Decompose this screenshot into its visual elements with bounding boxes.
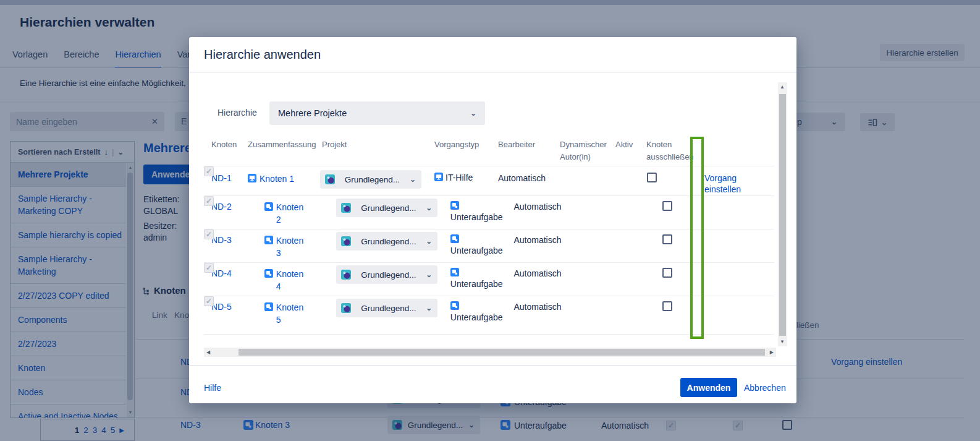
col-bearbeiter: Bearbeiter (498, 139, 560, 166)
project-value: Grundlegend... (361, 203, 416, 213)
issue-type-label: Unteraufgabe (450, 279, 503, 289)
screen: Hierarchien verwalten Hierarchie erstell… (0, 0, 980, 441)
project-dropdown[interactable]: Grundlegend... ⌄ (336, 199, 437, 217)
scrollbar-thumb[interactable] (239, 349, 765, 356)
scroll-right-icon[interactable]: ▶ (770, 349, 774, 355)
dialog-footer: Hilfe Anwenden Abbrechen (189, 365, 796, 403)
exclude-node-checkbox[interactable] (662, 234, 672, 244)
project-dropdown[interactable]: Grundlegend... ⌄ (336, 299, 437, 317)
issue-key-link[interactable]: ND-1 (211, 173, 232, 183)
col-vorgangstyp: Vorgangstyp (433, 139, 498, 166)
assignee-value: Automatisch (513, 235, 561, 245)
it-help-icon (434, 173, 443, 181)
chevron-down-icon: ⌄ (426, 204, 432, 212)
issue-type-label: Unteraufgabe (450, 246, 503, 256)
issue-key-link[interactable]: ND-4 (211, 268, 232, 278)
chevron-down-icon: ⌄ (426, 304, 432, 312)
annotation-rectangle (690, 137, 704, 339)
subtask-icon (264, 302, 273, 311)
summary-link[interactable]: Knoten 2 (276, 201, 310, 226)
table-header: Knoten Zusammenfassung Projekt Vorgangst… (204, 139, 774, 166)
active-checkbox[interactable] (204, 166, 214, 176)
scroll-down-icon[interactable]: ▼ (780, 339, 785, 345)
hierarchy-select-value: Mehrere Projekte (278, 108, 347, 118)
issue-key-link[interactable]: ND-3 (211, 235, 232, 245)
modal-vertical-scrollbar[interactable]: ▲ ▼ (778, 82, 787, 346)
project-value: Grundlegend... (361, 237, 416, 246)
project-value: Grundlegend... (345, 175, 400, 184)
apply-button[interactable]: Anwenden (680, 378, 737, 397)
col-dynamischer-autor: Dynamischer Autor(in) (560, 139, 615, 166)
chevron-down-icon: ⌄ (470, 109, 476, 117)
node-table: ND-1 Knoten 1 Grundlegend... ⌄ IT-Hilfe (204, 166, 774, 335)
project-avatar-icon (341, 303, 351, 313)
col-projekt: Projekt (320, 139, 433, 166)
table-row: ND-4 Knoten 4 Grundlegend... ⌄ Unteraufg… (204, 262, 774, 296)
scroll-left-icon[interactable]: ◀ (206, 349, 210, 355)
exclude-node-checkbox[interactable] (647, 173, 657, 182)
table-row: ND-2 Knoten 2 Grundlegend... ⌄ Unteraufg… (204, 195, 774, 229)
col-zusammenfassung: Zusammenfassung (248, 139, 320, 166)
active-checkbox[interactable] (204, 263, 214, 273)
project-avatar-icon (341, 270, 351, 280)
project-avatar-icon (325, 174, 335, 184)
it-help-icon (248, 174, 256, 182)
scroll-up-icon[interactable]: ▲ (780, 84, 785, 90)
exclude-node-checkbox[interactable] (662, 301, 672, 311)
cancel-button[interactable]: Abbrechen (744, 383, 786, 393)
exclude-node-checkbox[interactable] (662, 268, 672, 278)
summary-link[interactable]: Knoten 1 (260, 173, 294, 185)
active-checkbox[interactable] (204, 296, 214, 306)
project-dropdown[interactable]: Grundlegend... ⌄ (336, 265, 437, 284)
col-aktiv: Aktiv (615, 139, 646, 166)
table-row: ND-5 Knoten 5 Grundlegend... ⌄ Unteraufg… (204, 296, 774, 335)
subtask-icon (264, 269, 273, 278)
issue-type-label: Unteraufgabe (450, 212, 503, 223)
assignee-value: Automatisch (513, 202, 561, 212)
project-dropdown[interactable]: Grundlegend... ⌄ (336, 232, 437, 250)
help-link[interactable]: Hilfe (204, 383, 221, 393)
project-value: Grundlegend... (361, 270, 416, 280)
summary-link[interactable]: Knoten 3 (276, 234, 310, 259)
modal-horizontal-scrollbar[interactable]: ◀ ▶ (204, 348, 776, 357)
assignee-value: Automatisch (498, 173, 546, 183)
issue-type-label: IT-Hilfe (446, 173, 473, 183)
col-knoten: Knoten (204, 139, 248, 166)
issue-key-link[interactable]: ND-5 (211, 302, 232, 312)
active-checkbox[interactable] (204, 196, 214, 206)
table-row: ND-3 Knoten 3 Grundlegend... ⌄ Unteraufg… (204, 229, 774, 262)
chevron-down-icon: ⌄ (426, 271, 432, 278)
assignee-value: Automatisch (513, 268, 561, 278)
col-action (704, 139, 759, 166)
issue-type-label: Unteraufgabe (450, 312, 503, 323)
active-checkbox[interactable] (204, 229, 214, 239)
scrollbar-thumb[interactable] (779, 94, 786, 336)
subtask-icon (450, 301, 459, 310)
subtask-icon (450, 234, 459, 243)
chevron-down-icon: ⌄ (426, 238, 432, 245)
hierarchy-select[interactable]: Mehrere Projekte ⌄ (269, 101, 485, 125)
project-dropdown[interactable]: Grundlegend... ⌄ (320, 170, 421, 189)
subtask-icon (450, 268, 459, 276)
subtask-icon (264, 202, 273, 211)
chevron-down-icon: ⌄ (410, 176, 416, 183)
table-row: ND-1 Knoten 1 Grundlegend... ⌄ IT-Hilfe (204, 166, 774, 195)
hierarchy-label: Hierarchie (218, 108, 257, 118)
subtask-icon (264, 236, 273, 244)
summary-link[interactable]: Knoten 5 (276, 301, 310, 326)
subtask-icon (450, 201, 459, 210)
set-issue-link[interactable]: Vorgang einstellen (704, 173, 741, 194)
dialog-header: Hierarchie anwenden (189, 37, 796, 73)
dialog-title: Hierarchie anwenden (204, 48, 321, 62)
project-avatar-icon (341, 236, 351, 246)
summary-link[interactable]: Knoten 4 (276, 268, 310, 293)
issue-key-link[interactable]: ND-2 (211, 202, 232, 212)
project-avatar-icon (341, 203, 351, 213)
project-value: Grundlegend... (361, 304, 416, 313)
exclude-node-checkbox[interactable] (662, 201, 672, 211)
assignee-value: Automatisch (513, 302, 561, 312)
